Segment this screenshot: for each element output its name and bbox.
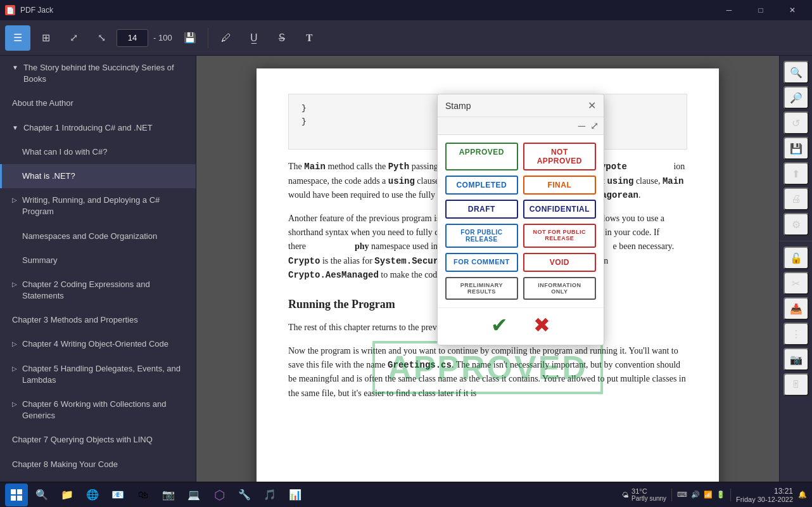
taskbar-app2[interactable]: 🔧 — [233, 484, 256, 506]
stamp-panel: Stamp ✕ ─ ⤢ APPROVED NOT APPROVED COMPLE… — [437, 94, 604, 345]
taskbar: 🔍 📁 🌐 📧 🛍 📷 💻 ⬡ 🔧 🎵 📊 🌤 31°C Partly sunn… — [0, 482, 812, 507]
sidebar-item-chapter4[interactable]: ▷ Chapter 4 Writing Object-Oriented Code — [0, 332, 196, 356]
sidebar-item-chapter2[interactable]: ▷ Chapter 2 Coding Expressions and State… — [0, 273, 196, 308]
tray-icon-1[interactable]: ⌨ — [677, 491, 687, 499]
main-toolbar: ☰ ⊞ ⤢ ⤡ - 100 💾 🖊 U̲ S̶ 𝐓 — [0, 20, 812, 56]
settings-button[interactable]: ⚙ — [783, 213, 809, 236]
sidebar-item-chapter1[interactable]: ▼ Chapter 1 Introducing C# and .NET — [0, 116, 196, 140]
close-button[interactable]: ✕ — [778, 0, 807, 20]
start-button[interactable] — [5, 484, 28, 506]
taskbar-search[interactable]: 🔍 — [30, 484, 53, 506]
stamp-completed-button[interactable]: COMPLETED — [445, 176, 518, 195]
unlock-button[interactable]: 🔓 — [783, 247, 809, 269]
expand-button[interactable]: ⤢ — [61, 25, 86, 51]
import-button[interactable]: 📥 — [783, 297, 809, 320]
title-bar-left: 📄 PDF Jack — [5, 5, 53, 15]
title-bar: 📄 PDF Jack ─ □ ✕ — [0, 0, 812, 20]
print-button[interactable]: 🖨 — [783, 188, 809, 210]
highlight-button[interactable]: 🖊 — [213, 25, 239, 51]
clock-date: Friday 30-12-2022 — [736, 496, 793, 503]
text-style-button[interactable]: 𝐓 — [297, 25, 322, 51]
clock[interactable]: 13:21 Friday 30-12-2022 — [736, 487, 793, 503]
share-button[interactable]: ⬆ — [783, 162, 809, 185]
sidebar-item-summary[interactable]: Summary — [0, 248, 196, 273]
stamp-confidential-button[interactable]: CONFIDENTIAL — [523, 200, 596, 219]
stamp-preliminary-button[interactable]: PRELIMINARY RESULTS — [445, 277, 518, 300]
taskbar-app4[interactable]: 📊 — [284, 484, 307, 506]
stamp-minimize-icon[interactable]: ─ — [578, 120, 585, 132]
right-toolbar: 🔍 🔎 ↺ 💾 ⬆ 🖨 ⚙ 🔓 ✂ 📥 ⋮ 📷 🎚 — [779, 56, 812, 482]
stamp-actions: ✔ ✖ — [438, 307, 604, 345]
maximize-button[interactable]: □ — [746, 0, 775, 20]
taskbar-store[interactable]: 🛍 — [132, 484, 155, 506]
rotate-button[interactable]: ↺ — [783, 112, 809, 134]
chevron-icon: ▷ — [12, 364, 17, 373]
sidebar-item-story[interactable]: ▼ The Story behind the Succinctly Series… — [0, 56, 196, 91]
taskbar-files[interactable]: 📁 — [56, 484, 79, 506]
compress-button[interactable]: ⤡ — [89, 25, 114, 51]
taskbar-photos[interactable]: 📷 — [157, 484, 180, 506]
cut-button[interactable]: ✂ — [783, 272, 809, 295]
sidebar-item-chapter7[interactable]: Chapter 7 Querying Objects with LINQ — [0, 428, 196, 452]
underline-button[interactable]: U̲ — [241, 25, 267, 51]
stamp-void-button[interactable]: VOID — [523, 253, 596, 272]
table-view-button[interactable]: ⊞ — [33, 25, 58, 51]
zoom-out-button[interactable]: 🔎 — [783, 86, 809, 109]
taskbar-mail[interactable]: 📧 — [106, 484, 129, 506]
taskbar-left: 🔍 📁 🌐 📧 🛍 📷 💻 ⬡ 🔧 🎵 📊 — [5, 484, 307, 506]
taskbar-terminal[interactable]: 💻 — [182, 484, 205, 506]
tray-icon-4[interactable]: 🔋 — [716, 491, 725, 499]
save-file-button[interactable]: 💾 — [783, 137, 809, 160]
right-toolbar-divider — [780, 241, 812, 241]
sidebar-item-namespaces[interactable]: Namespaces and Code Organization — [0, 224, 196, 248]
stamp-expand-icon[interactable]: ⤢ — [590, 120, 599, 132]
save-button[interactable]: 💾 — [177, 25, 203, 51]
stamp-final-button[interactable]: FINAL — [523, 176, 596, 195]
sidebar-item-chapter3[interactable]: Chapter 3 Methods and Properties — [0, 308, 196, 332]
pdf-area[interactable]: } } The Main method calls the Pyth passi… — [196, 56, 779, 482]
sidebar-item-writing[interactable]: ▷ Writing, Running, and Deploying a C# P… — [0, 188, 196, 224]
stamp-info-only-button[interactable]: INFORMATION ONLY — [523, 277, 596, 300]
tray-icon-2[interactable]: 🔊 — [691, 491, 700, 499]
stamp-close-button[interactable]: ✕ — [588, 99, 596, 112]
sidebar-item-chapter5[interactable]: ▷ Chapter 5 Handling Delegates, Events, … — [0, 357, 196, 392]
stamp-cancel-button[interactable]: ✖ — [533, 313, 550, 337]
stamp-draft-button[interactable]: DRAFT — [445, 200, 518, 219]
stamp-panel-title: Stamp — [445, 101, 471, 111]
clock-time: 13:21 — [736, 487, 793, 496]
notification-button[interactable]: 🔔 — [798, 491, 807, 499]
tray-icon-3[interactable]: 📶 — [704, 491, 713, 499]
weather-icon: 🌤 — [622, 491, 629, 499]
stamp-grid: APPROVED NOT APPROVED COMPLETED FINAL DR… — [438, 135, 604, 307]
adjust-button[interactable]: 🎚 — [783, 373, 809, 396]
chevron-icon: ▼ — [12, 124, 18, 132]
weather-info: 🌤 31°C Partly sunny — [622, 487, 666, 502]
sidebar-item-whatcando[interactable]: What can I do with C#? — [0, 140, 196, 164]
taskbar-app3[interactable]: 🎵 — [258, 484, 281, 506]
svg-rect-1 — [17, 489, 22, 494]
stamp-confirm-button[interactable]: ✔ — [491, 313, 508, 337]
stamp-approved-button[interactable]: APPROVED — [445, 143, 518, 170]
zoom-in-button[interactable]: 🔍 — [783, 61, 809, 84]
stamp-for-public-button[interactable]: FOR PUBLIC RELEASE — [445, 224, 518, 248]
sidebar: ▼ The Story behind the Succinctly Series… — [0, 56, 196, 482]
more-button[interactable]: ⋮ — [783, 323, 809, 345]
chevron-icon: ▷ — [12, 196, 17, 205]
stamp-not-approved-button[interactable]: NOT APPROVED — [523, 143, 596, 170]
taskbar-divider — [671, 489, 672, 501]
taskbar-browser[interactable]: 🌐 — [81, 484, 104, 506]
page-number-input[interactable] — [117, 29, 148, 47]
sidebar-item-whatisdotnet[interactable]: What is .NET? — [0, 164, 196, 188]
sidebar-item-chapter6[interactable]: ▷ Chapter 6 Working with Collections and… — [0, 392, 196, 428]
list-view-button[interactable]: ☰ — [5, 25, 30, 51]
sidebar-item-about[interactable]: About the Author — [0, 91, 196, 115]
minimize-button[interactable]: ─ — [714, 0, 744, 20]
stamp-not-public-button[interactable]: NOT FOR PUBLIC RELEASE — [523, 224, 596, 248]
window-controls: ─ □ ✕ — [714, 0, 807, 20]
taskbar-vs[interactable]: ⬡ — [208, 484, 231, 506]
sidebar-item-chapter8[interactable]: Chapter 8 Making Your Code — [0, 452, 196, 477]
weather-desc: Partly sunny — [631, 495, 666, 502]
strikethrough-button[interactable]: S̶ — [269, 25, 295, 51]
camera-button[interactable]: 📷 — [783, 348, 809, 371]
stamp-for-comment-button[interactable]: FOR COMMENT — [445, 253, 518, 272]
